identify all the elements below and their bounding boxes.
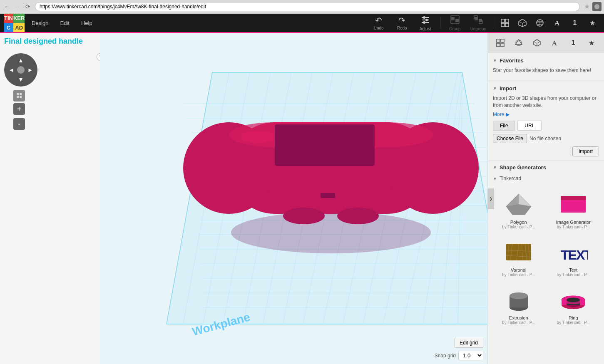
svg-point-6 bbox=[423, 21, 425, 24]
viewport[interactable]: Workplane Edit grid Snap grid 1.0 0.5 0.… bbox=[100, 33, 487, 364]
nav-right[interactable]: ► bbox=[26, 66, 35, 74]
svg-line-81 bbox=[537, 42, 540, 43]
number-button[interactable]: 1 bbox=[567, 15, 582, 30]
shape-generators-section: ▼ Shape Generators ▼ Tinkercad bbox=[488, 161, 604, 334]
tinkercad-shapes-header: ▼ Tinkercad bbox=[493, 174, 599, 183]
nav-up[interactable]: ▲ bbox=[17, 56, 25, 65]
ring-preview bbox=[557, 285, 590, 314]
shapes-panel-icon[interactable] bbox=[512, 36, 525, 50]
choose-file-button[interactable]: Choose File bbox=[493, 134, 527, 143]
adjust-button[interactable]: Adjust bbox=[415, 15, 436, 31]
svg-rect-71 bbox=[321, 193, 335, 198]
svg-marker-89 bbox=[506, 204, 531, 215]
bookmark-icon[interactable]: ★ bbox=[584, 2, 590, 10]
svg-rect-74 bbox=[501, 39, 504, 42]
polygon-by: by Tinkercad - P... bbox=[502, 225, 535, 229]
redo-icon: ↷ bbox=[398, 15, 405, 25]
edit-grid-button[interactable]: Edit grid bbox=[454, 338, 483, 348]
home-view-button[interactable] bbox=[13, 90, 25, 102]
zoom-controls: + - bbox=[13, 103, 96, 130]
star-panel-icon[interactable]: ★ bbox=[585, 36, 598, 50]
3d-view-button[interactable] bbox=[515, 15, 530, 30]
tinkercad-logo[interactable]: TIN KER C AD bbox=[4, 14, 22, 32]
url-bar[interactable] bbox=[35, 2, 580, 11]
group-icon bbox=[450, 15, 460, 26]
svg-point-2 bbox=[423, 16, 425, 19]
ungroup-button[interactable]: Ungroup bbox=[468, 15, 489, 31]
image-generator-shape[interactable]: Image Generator by Tinkercad - P... bbox=[548, 187, 599, 232]
adjust-icon bbox=[421, 15, 430, 26]
refresh-button[interactable]: ⟳ bbox=[23, 2, 32, 11]
group-button[interactable]: Group bbox=[445, 15, 465, 31]
wireframe-button[interactable] bbox=[532, 15, 547, 30]
favorites-header: ▼ Favorites bbox=[493, 57, 599, 64]
svg-rect-7 bbox=[451, 17, 455, 20]
toolbar-separator-2 bbox=[493, 17, 493, 29]
svg-rect-15 bbox=[505, 19, 509, 22]
import-title: Import bbox=[500, 85, 516, 92]
svg-rect-73 bbox=[497, 39, 500, 42]
main-content: Final designed handle ▲ ◄ ► ▼ bbox=[0, 33, 604, 364]
favorites-description: Star your favorite shapes to save them h… bbox=[493, 67, 599, 74]
grid-panel-icon[interactable] bbox=[494, 36, 507, 50]
text-panel-icon[interactable]: A bbox=[548, 36, 562, 50]
grid-view-button[interactable] bbox=[497, 15, 512, 30]
extrusion-shape[interactable]: Extrusion by Tinkercad - P... bbox=[493, 283, 544, 327]
svg-rect-8 bbox=[455, 19, 459, 22]
svg-point-70 bbox=[337, 208, 379, 224]
ring-shape[interactable]: Ring by Tinkercad - P... bbox=[548, 283, 599, 327]
back-button[interactable]: ← bbox=[2, 2, 12, 11]
svg-line-20 bbox=[522, 22, 526, 23]
text-preview: TEXT bbox=[557, 238, 590, 267]
3d-panel-icon[interactable] bbox=[530, 36, 544, 50]
zoom-out-button[interactable]: - bbox=[13, 118, 25, 130]
voronoi-shape[interactable]: Voronoi by Tinkercad - P... bbox=[493, 235, 544, 280]
import-tabs: File URL bbox=[493, 121, 599, 131]
extrusion-preview bbox=[502, 285, 535, 314]
import-url-tab[interactable]: URL bbox=[517, 121, 542, 131]
svg-rect-29 bbox=[17, 96, 19, 98]
svg-rect-17 bbox=[505, 23, 509, 27]
image-gen-by: by Tinkercad - P... bbox=[557, 225, 590, 229]
snap-grid-label: Snap grid bbox=[435, 353, 456, 359]
star-button[interactable]: ★ bbox=[585, 15, 600, 30]
svg-point-4 bbox=[425, 19, 428, 21]
no-file-text: No file chosen bbox=[529, 136, 561, 141]
snap-grid-select[interactable]: 1.0 0.5 0.25 2.0 bbox=[458, 351, 483, 360]
import-button[interactable]: Import bbox=[572, 146, 599, 156]
nav-down[interactable]: ▼ bbox=[17, 75, 25, 84]
project-title: Final designed handle bbox=[4, 37, 96, 46]
nav-help[interactable]: Help bbox=[75, 13, 98, 32]
tinkercad-label: Tinkercad bbox=[500, 176, 521, 181]
svg-rect-16 bbox=[501, 23, 505, 27]
svg-rect-27 bbox=[17, 93, 19, 95]
nav-center[interactable] bbox=[17, 66, 25, 74]
text-name: Text bbox=[569, 267, 577, 272]
nav-left[interactable]: ◄ bbox=[7, 66, 16, 74]
collapse-panel-button[interactable]: ❯ bbox=[487, 188, 494, 209]
top-nav: TIN KER C AD Design Edit Help ↶ Undo ↷ R… bbox=[0, 14, 604, 33]
import-file-tab[interactable]: File bbox=[493, 121, 515, 131]
import-more-link[interactable]: More ▶ bbox=[493, 111, 510, 117]
grid-background bbox=[100, 33, 487, 364]
undo-icon: ↶ bbox=[375, 15, 382, 25]
text-button[interactable]: A bbox=[550, 15, 565, 30]
zoom-in-button[interactable]: + bbox=[13, 103, 25, 115]
redo-button[interactable]: ↷ Redo bbox=[392, 15, 413, 31]
undo-button[interactable]: ↶ Undo bbox=[368, 15, 389, 31]
forward-button[interactable]: → bbox=[13, 2, 22, 11]
number-panel-icon[interactable]: 1 bbox=[567, 36, 580, 50]
favorites-title: Favorites bbox=[500, 57, 524, 64]
polygon-shape[interactable]: Polygon by Tinkercad - P... bbox=[493, 187, 544, 232]
svg-line-19 bbox=[519, 22, 522, 23]
svg-text:A: A bbox=[554, 19, 560, 27]
svg-rect-68 bbox=[275, 124, 375, 166]
navigation-control[interactable]: ▲ ◄ ► ▼ bbox=[4, 53, 37, 87]
extension-icon bbox=[592, 2, 602, 11]
image-gen-name: Image Generator bbox=[556, 220, 591, 225]
nav-edit[interactable]: Edit bbox=[54, 13, 75, 32]
nav-design[interactable]: Design bbox=[26, 13, 54, 32]
browser-chrome: ← → ⟳ ★ bbox=[0, 0, 604, 14]
text-shape[interactable]: TEXT Text by Tinkercad - P... bbox=[548, 235, 599, 280]
toolbar-right: ↶ Undo ↷ Redo Adjust bbox=[368, 15, 600, 31]
